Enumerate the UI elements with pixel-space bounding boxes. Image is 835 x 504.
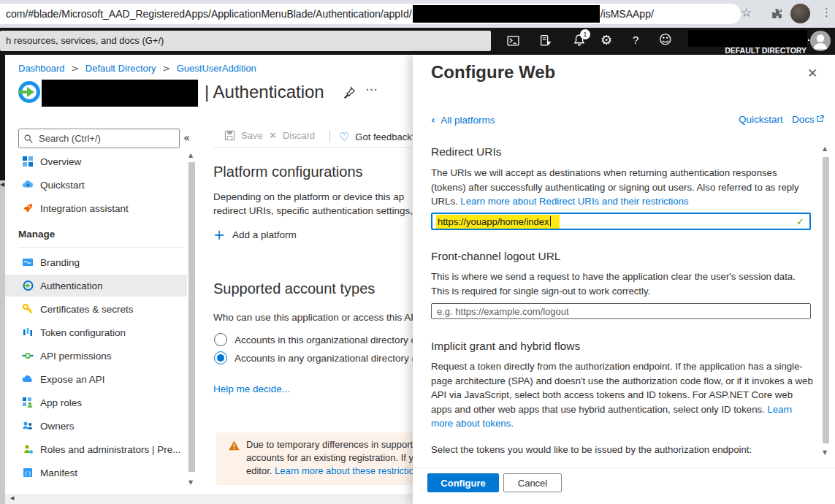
pin-icon[interactable] [343,86,356,99]
radio-this-directory-label: Accounts in this organizational director… [235,335,420,345]
browser-profile-avatar[interactable] [790,4,810,23]
close-icon[interactable]: ✕ [807,66,817,80]
hscroll-left-arrow-icon[interactable]: ◀ [10,495,14,501]
account-types-heading: Supported account types [213,280,375,297]
sidebar-item-manifest[interactable]: ( ) Manifest [5,462,187,484]
configure-web-panel: Configure Web ✕ ‹ All platforms Quicksta… [413,55,835,504]
redirect-uris-heading: Redirect URIs [431,145,501,159]
help-me-decide-link[interactable]: Help me decide... [213,383,290,394]
platform-desc-line2: redirect URIs, specific authentication s… [213,205,421,216]
left-edge-scrollbar[interactable] [0,180,5,504]
redirect-uris-description: The URIs we will accept as destinations … [431,166,814,209]
app-registration-icon [18,80,41,104]
directory-filter-icon[interactable] [539,34,552,47]
warning-learn-more-link[interactable]: Learn more about these restrictions. [275,465,427,476]
breadcrumb-app[interactable]: GuestUserAddition [177,63,256,74]
sidebar-item-api-permissions[interactable]: API permissions [5,345,187,367]
quickstart-link[interactable]: Quickstart [739,114,783,125]
radio-this-directory[interactable] [214,333,227,346]
redacted-app-id [413,5,600,23]
help-icon[interactable]: ? [633,34,638,46]
platform-desc-line1: Depending on the platform or device this… [213,191,404,202]
cloud-shell-icon[interactable] [507,35,519,47]
sidebar-item-branding[interactable]: Branding [5,251,187,273]
panel-scrollbar-thumb[interactable] [823,157,829,443]
quickstart-cloud-icon [22,179,34,191]
toolbar-divider [213,147,413,148]
discard-button[interactable]: ✕ Discard [269,130,315,141]
breadcrumb: Dashboard > Default Directory > GuestUse… [18,63,256,74]
select-tokens-text: Select the tokens you would like to be i… [431,443,752,457]
redacted-app-name [42,80,198,107]
roles-admins-icon [22,443,34,455]
extensions-puzzle-icon[interactable] [771,7,783,20]
sidebar-scroll-down-icon[interactable]: ▼ [188,479,193,486]
plus-icon: + [213,226,225,243]
sidebar-item-integration-assistant[interactable]: Integration assistant [5,197,187,219]
redirect-uri-value: https://youapp/home/index [436,215,560,229]
warning-line3: editor. Learn more about these restricti… [246,465,427,476]
sidebar-item-owners[interactable]: Owners [5,415,187,437]
browser-menu-dots-icon[interactable]: ⋮ [821,6,832,19]
logout-url-input[interactable]: e.g. https://example.com/logout [431,303,811,319]
warning-line2: accounts for an existing registration. I… [246,452,430,463]
save-floppy-icon [224,130,235,141]
logout-url-description: This is where we send a request to have … [431,270,814,298]
sidebar-item-token-configuration[interactable]: Token configuration [5,321,187,343]
sidebar-item-expose-api[interactable]: Expose an API [5,368,187,390]
all-platforms-back-link[interactable]: ‹ All platforms [431,114,495,126]
horizontal-scrollbar[interactable] [5,494,413,504]
bookmark-star-icon[interactable]: ☆ [741,5,752,20]
redirect-learn-more-link[interactable]: Learn more about Redirect URIs and their… [460,196,688,207]
expose-api-cloud-icon [22,373,34,385]
key-icon [22,303,34,315]
collapse-sidebar-icon[interactable]: « [183,131,190,145]
settings-gear-icon[interactable]: ⚙ [600,32,612,47]
app-roles-icon [22,397,34,408]
feedback-button[interactable]: ♡ Got feedback? [339,130,417,144]
breadcrumb-dashboard[interactable]: Dashboard [18,63,65,74]
global-search-input[interactable]: h resources, services, and docs (G+/) [0,31,491,51]
sidebar-item-overview[interactable]: Overview [5,150,187,172]
account-types-question: Who can use this application or access t… [213,312,425,323]
owners-people-icon [22,420,34,432]
cancel-button[interactable]: Cancel [503,473,562,492]
radio-any-directory[interactable] [214,351,227,364]
url-bar[interactable]: com/#blade/Microsoft_AAD_RegisteredApps/… [0,4,741,24]
token-bars-icon [22,327,34,338]
panel-scroll-up-icon[interactable]: ▲ [823,145,827,152]
add-platform-button[interactable]: + Add a platform [213,226,297,243]
sidebar-item-roles-administrators[interactable]: Roles and administrators | Pre... [5,438,187,460]
panel-scroll-down-icon[interactable]: ▼ [823,449,827,456]
configure-button[interactable]: Configure [427,473,499,492]
left-scroll-arrow-icon[interactable]: ◀ [0,181,4,188]
page-title: | Authentication [205,82,324,102]
azure-profile-avatar[interactable] [810,31,831,51]
text-cursor [550,216,551,226]
sidebar-item-app-roles[interactable]: App roles [5,392,187,413]
implicit-grant-description: Request a token directly from the author… [431,359,814,431]
sidebar-scroll-up-icon[interactable]: ▲ [188,152,193,159]
manifest-icon: ( ) [22,467,34,478]
rocket-icon [22,202,34,214]
sidebar-item-quickstart[interactable]: Quickstart [5,174,187,196]
url-suffix: /isMSAApp/ [600,8,654,20]
breadcrumb-separator-icon: > [71,63,79,74]
panel-title: Configure Web [431,62,555,83]
breadcrumb-directory[interactable]: Default Directory [85,63,156,74]
more-options-ellipsis-icon[interactable]: … [365,79,378,93]
sidebar-search-input[interactable]: Search (Ctrl+/) [18,129,180,148]
left-edge-dark-strip [0,55,5,180]
sidebar-scrollbar-thumb[interactable] [188,162,195,472]
back-chevron-icon: ‹ [431,114,435,126]
toolbar-separator: | [328,129,332,141]
docs-link[interactable]: Docs [792,114,824,125]
heart-icon: ♡ [339,130,349,144]
save-button[interactable]: Save [224,130,263,141]
sidebar-item-certificates-secrets[interactable]: Certificates & secrets [5,298,187,320]
redirect-uri-input[interactable]: https://youapp/home/index ✓ [431,213,811,230]
sidebar-item-authentication[interactable]: Authentication [5,275,187,297]
implicit-grant-heading: Implicit grant and hybrid flows [431,340,580,353]
feedback-smiley-icon[interactable]: ☺ [659,32,672,47]
radio-any-directory-label: Accounts in any organizational directory… [235,353,422,364]
